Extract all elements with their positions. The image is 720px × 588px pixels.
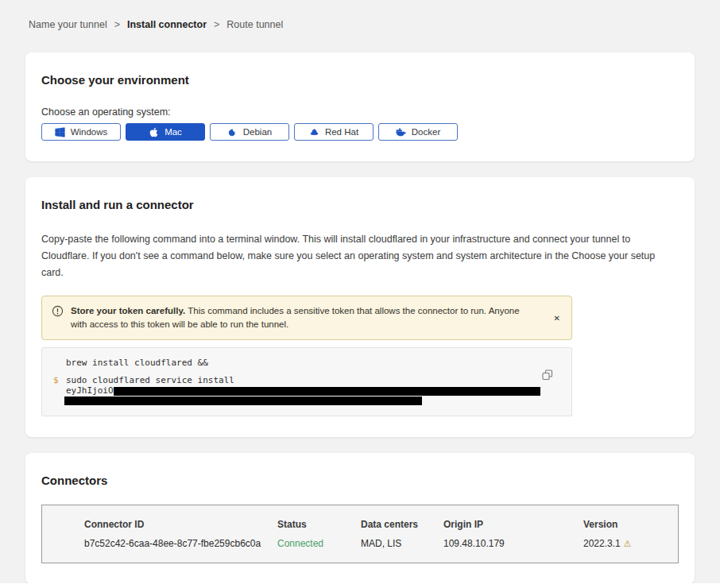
alert-circle-icon	[52, 305, 64, 331]
redacted-token-bar	[114, 387, 540, 396]
os-button-docker[interactable]: Docker	[378, 123, 458, 141]
col-header-status: Status	[277, 519, 361, 530]
breadcrumb-install-connector[interactable]: Install connector	[127, 19, 207, 30]
table-header-row: Connector ID Status Data centers Origin …	[42, 505, 678, 530]
origin-ip-value: 109.48.10.179	[443, 538, 583, 549]
version-number: 2022.3.1	[583, 538, 621, 549]
debian-icon	[227, 127, 238, 137]
os-button-label: Red Hat	[325, 127, 358, 137]
breadcrumb-name-your-tunnel[interactable]: Name your tunnel	[29, 19, 107, 30]
breadcrumb-route-tunnel[interactable]: Route tunnel	[226, 19, 283, 30]
breadcrumb-separator: >	[214, 19, 219, 30]
os-button-label: Mac	[165, 127, 182, 137]
connectors-card: Connectors Connector ID Status Data cent…	[25, 453, 695, 584]
os-button-label: Docker	[412, 127, 440, 137]
connectors-card-title: Connectors	[41, 474, 679, 487]
environment-card: Choose your environment Choose an operat…	[25, 52, 695, 161]
token-prefix: eyJhIjoiO	[66, 386, 114, 396]
apple-icon	[149, 127, 159, 137]
col-header-connector-id: Connector ID	[84, 519, 277, 530]
docker-icon	[396, 127, 406, 137]
os-button-label: Debian	[243, 127, 272, 137]
os-button-windows[interactable]: Windows	[41, 123, 121, 141]
os-button-mac[interactable]: Mac	[126, 123, 205, 141]
code-text: sudo cloudflared service install	[66, 376, 234, 385]
os-button-label: Windows	[71, 127, 108, 137]
table-row: b7c52c42-6caa-48ee-8c77-fbe259cb6c0a Con…	[42, 530, 678, 563]
copy-icon[interactable]	[542, 369, 553, 381]
breadcrumb-separator: >	[114, 19, 120, 30]
col-header-origin-ip: Origin IP	[443, 519, 583, 530]
warning-triangle-icon: ⚠	[624, 539, 632, 548]
connectors-table: Connector ID Status Data centers Origin …	[41, 505, 679, 563]
code-line-3: eyJhIjoiO	[53, 386, 560, 396]
install-connector-card: Install and run a connector Copy-paste t…	[25, 177, 695, 437]
data-centers-value: MAD, LIS	[361, 538, 443, 549]
windows-icon	[55, 127, 65, 137]
install-card-title: Install and run a connector	[41, 198, 679, 211]
os-button-group: Windows Mac Debian Red Hat	[41, 123, 679, 141]
code-text: brew install cloudflared &&	[66, 358, 208, 368]
install-command-code-block: brew install cloudflared && $ sudo cloud…	[41, 347, 572, 416]
col-header-version: Version	[583, 519, 662, 530]
footer-strip	[0, 583, 720, 588]
code-line-2: $ sudo cloudflared service install	[53, 376, 560, 385]
install-description: Copy-paste the following command into a …	[41, 231, 679, 281]
code-line-4	[53, 397, 560, 405]
redacted-token-bar	[64, 397, 422, 405]
redhat-icon	[309, 127, 319, 137]
os-select-label: Choose an operating system:	[41, 106, 679, 118]
version-value: 2022.3.1⚠	[583, 538, 662, 549]
close-icon[interactable]: ✕	[552, 311, 562, 325]
environment-card-title: Choose your environment	[41, 73, 679, 87]
code-line-1: brew install cloudflared &&	[53, 358, 560, 368]
os-button-redhat[interactable]: Red Hat	[294, 123, 374, 141]
warning-text: Store your token carefully. This command…	[71, 304, 536, 331]
os-button-debian[interactable]: Debian	[210, 123, 289, 141]
breadcrumb: Name your tunnel > Install connector > R…	[0, 0, 720, 52]
warning-title: Store your token carefully.	[71, 306, 185, 315]
status-badge: Connected	[277, 538, 361, 549]
token-warning-banner: Store your token carefully. This command…	[41, 296, 572, 340]
col-header-data-centers: Data centers	[361, 519, 443, 530]
connector-id-value: b7c52c42-6caa-48ee-8c77-fbe259cb6c0a	[84, 538, 277, 549]
shell-prompt: $	[53, 376, 66, 385]
